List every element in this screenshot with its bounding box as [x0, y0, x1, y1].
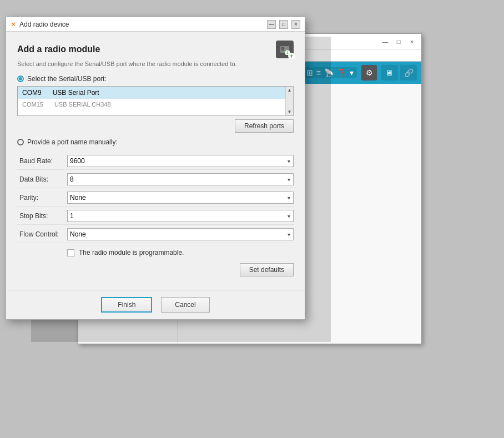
baud-rate-select[interactable]: 9600 120024004800 192003840057600115200 — [67, 155, 294, 167]
network-mode-button[interactable]: 🔗 — [400, 65, 417, 80]
set-defaults-row: Set defaults — [17, 261, 294, 281]
stop-bits-label: Stop Bits: — [17, 212, 67, 220]
cancel-button[interactable]: Cancel — [161, 297, 209, 313]
dialog-body: Add a radio module + Select and configur… — [6, 32, 305, 290]
serial-port-section: Select the Serial/USB port: — [17, 75, 294, 83]
dialog-container: ✕ Add radio device — □ × Add a radio mod… — [6, 17, 305, 320]
gear-button[interactable]: ⚙ — [361, 65, 377, 80]
port-item-com9[interactable]: COM9 USB Serial Port — [18, 87, 285, 99]
refresh-ports-button[interactable]: Refresh ports — [235, 119, 294, 133]
help-icon[interactable]: ❓ — [337, 68, 346, 77]
dialog-heading-row: Add a radio module + — [17, 41, 294, 58]
close-button[interactable]: × — [407, 37, 417, 47]
console-mode-button[interactable]: 🖥 — [381, 65, 398, 80]
dialog-close-button[interactable]: × — [291, 20, 300, 29]
port-name: USB Serial Port — [53, 89, 99, 97]
add-radio-device-dialog: ✕ Add radio device — □ × Add a radio mod… — [6, 17, 305, 320]
svg-rect-6 — [281, 49, 284, 51]
port-id-2: COM15 — [22, 101, 43, 108]
dialog-title-bar: ✕ Add radio device — □ × — [6, 17, 305, 32]
data-bits-row: Data Bits: 8567 — [17, 171, 294, 188]
programmable-label: The radio module is programmable. — [79, 249, 184, 256]
svg-rect-5 — [281, 47, 284, 49]
port-list[interactable]: COM9 USB Serial Port COM15 USB SERIAL CH… — [17, 86, 294, 116]
manual-port-label: Provide a port name manually: — [27, 138, 118, 146]
serial-config-form: Baud Rate: 9600 120024004800 19200384005… — [17, 153, 294, 243]
port-item-com15[interactable]: COM15 USB SERIAL CH348 — [18, 99, 285, 110]
dropdown-icon[interactable]: ▾ — [350, 68, 354, 77]
scroll-up-button[interactable]: ▲ — [288, 88, 292, 93]
finish-button[interactable]: Finish — [101, 297, 152, 313]
data-bits-select[interactable]: 8567 — [67, 173, 294, 185]
dialog-subtitle: Select and configure the Serial/USB port… — [17, 61, 294, 67]
minimize-button[interactable]: — — [380, 37, 390, 47]
serial-port-radio[interactable] — [17, 75, 24, 82]
stop-bits-select[interactable]: 11.52 — [67, 210, 294, 222]
add-device-icon: + — [276, 41, 294, 58]
serial-port-label: Select the Serial/USB port: — [27, 75, 107, 83]
svg-text:+: + — [286, 50, 289, 55]
port-name-2: USB SERIAL CH348 — [54, 101, 111, 108]
dialog-footer: Finish Cancel — [6, 290, 305, 319]
set-defaults-button[interactable]: Set defaults — [240, 263, 294, 276]
programmable-checkbox[interactable] — [67, 249, 74, 256]
baud-rate-label: Baud Rate: — [17, 157, 67, 165]
port-id: COM9 — [22, 89, 42, 97]
flow-control-label: Flow Control: — [17, 230, 67, 238]
dialog-title: Add radio device — [19, 21, 69, 28]
dialog-heading-text: Add a radio module — [17, 44, 100, 54]
dialog-app-icon: ✕ — [11, 21, 16, 28]
dialog-minimize-button[interactable]: — — [267, 20, 276, 29]
dialog-maximize-button[interactable]: □ — [279, 20, 288, 29]
stop-bits-row: Stop Bits: 11.52 — [17, 208, 294, 225]
flow-control-select[interactable]: NoneXon/XoffHardware — [67, 228, 294, 240]
data-bits-label: Data Bits: — [17, 175, 67, 183]
parity-select[interactable]: NoneEvenOddMarkSpace — [67, 192, 294, 204]
maximize-button[interactable]: □ — [394, 37, 404, 47]
baud-rate-row: Baud Rate: 9600 120024004800 19200384005… — [17, 153, 294, 170]
parity-row: Parity: NoneEvenOddMarkSpace — [17, 189, 294, 207]
flow-control-row: Flow Control: NoneXon/XoffHardware — [17, 226, 294, 243]
parity-label: Parity: — [17, 194, 67, 202]
manual-port-section: Provide a port name manually: — [17, 138, 294, 146]
manual-port-radio[interactable] — [17, 139, 24, 145]
refresh-row: Refresh ports — [17, 119, 294, 133]
scroll-down-button[interactable]: ▼ — [288, 109, 292, 114]
programmable-checkbox-row: The radio module is programmable. — [17, 244, 294, 261]
